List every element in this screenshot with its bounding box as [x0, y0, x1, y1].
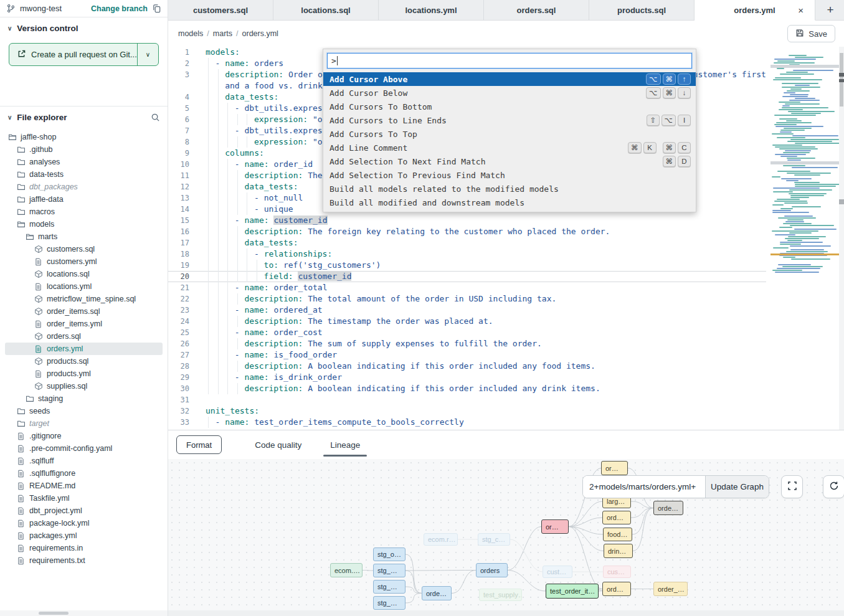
code-editor[interactable]: 1models:2- name: orders3description: Ord… — [168, 47, 844, 430]
code-line-33[interactable]: 33- name: test_order_items_compute_to_bo… — [168, 417, 766, 428]
code-line-30[interactable]: 30description: A boolean indicating if t… — [168, 383, 766, 394]
new-tab-button[interactable]: + — [817, 0, 844, 20]
lineage-node-stg1[interactable]: stg_o… — [373, 547, 405, 561]
tree-item-requirements-txt[interactable]: requirements.txt — [5, 554, 163, 567]
lineage-node-cusf[interactable]: cus… — [603, 566, 631, 578]
tab-orders-yml[interactable]: orders.yml× — [695, 0, 815, 21]
fullscreen-button[interactable] — [781, 475, 803, 498]
tree-item--github[interactable]: .github — [5, 143, 163, 156]
tree-item-order-items-yml[interactable]: order_items.yml — [5, 318, 163, 330]
lineage-node-stg2[interactable]: stg_… — [373, 564, 405, 577]
tree-item-seeds[interactable]: seeds — [5, 405, 163, 417]
tree-item-readme-md[interactable]: README.md — [5, 480, 163, 492]
lineage-node-stg4[interactable]: stg_… — [373, 596, 405, 610]
command-add-cursor-below[interactable]: Add Cursor Below⌥⌘↓ — [323, 86, 696, 100]
lineage-node-orderbot[interactable]: order_… — [653, 582, 688, 596]
tree-item-taskfile-yml[interactable]: Taskfile.yml — [5, 492, 163, 505]
tree-item-jaffle-data[interactable]: jaffle-data — [5, 193, 163, 206]
code-line-15[interactable]: 15- name: customer_id — [168, 215, 766, 226]
lineage-node-ecomr[interactable]: ecom.r… — [424, 533, 458, 546]
code-line-32[interactable]: 32unit_tests: — [168, 405, 766, 417]
tab-products-sql[interactable]: products.sql — [589, 0, 695, 20]
tree-item-staging[interactable]: staging — [5, 392, 163, 405]
code-line-26[interactable]: 26description: The sum of supply expense… — [168, 338, 766, 349]
pr-dropdown-toggle[interactable]: ∨ — [137, 44, 158, 65]
lineage-node-ortop[interactable]: or… — [601, 461, 628, 475]
tree-item-supplies-sql[interactable]: supplies.sql — [5, 380, 163, 392]
tree-item-order-items-sql[interactable]: order_items.sql — [5, 305, 163, 318]
code-line-22[interactable]: 22description: The total amount of the o… — [168, 293, 766, 305]
code-line-18[interactable]: 18- relationships: — [168, 249, 766, 260]
close-icon[interactable]: × — [798, 5, 804, 16]
tree-item-locations-yml[interactable]: locations.yml — [5, 280, 163, 293]
file-explorer-header[interactable]: ∨ File explorer — [0, 107, 168, 128]
breadcrumb-item-marts[interactable]: marts — [213, 29, 232, 38]
tree-item-customers-sql[interactable]: customers.sql — [5, 243, 163, 255]
command-add-line-comment[interactable]: Add Line Comment⌘K⌘C — [323, 141, 696, 154]
lineage-node-ordmid[interactable]: ord… — [602, 511, 631, 524]
tree-item--pre-commit-config-yaml[interactable]: .pre-commit-config.yaml — [5, 442, 163, 455]
update-graph-button[interactable]: Update Graph — [705, 476, 769, 498]
lineage-node-testorder[interactable]: test_order_it… — [546, 584, 599, 599]
tab-locations-sql[interactable]: locations.sql — [273, 0, 379, 20]
copy-icon[interactable] — [152, 4, 161, 13]
command-add-selection-to-next-find-match[interactable]: Add Selection To Next Find Match⌘D — [323, 154, 696, 168]
create-pr-button[interactable]: Create a pull request on Git... ∨ — [9, 43, 159, 66]
breadcrumb-item-orders-yml[interactable]: orders.yml — [242, 29, 278, 38]
tree-item-requirements-in[interactable]: requirements.in — [5, 542, 163, 554]
lineage-node-orpink[interactable]: or… — [541, 519, 569, 534]
command-palette-input[interactable]: > — [327, 53, 692, 69]
save-button[interactable]: Save — [787, 25, 835, 42]
tree-item-data-tests[interactable]: data-tests — [5, 168, 163, 181]
lineage-node-orde1[interactable]: orde… — [422, 586, 452, 600]
code-line-16[interactable]: 16description: The foreign key relating … — [168, 226, 766, 237]
code-line-21[interactable]: 21- name: order_total — [168, 282, 766, 293]
tree-item-macros[interactable]: macros — [5, 206, 163, 218]
tree-item-metricflow-time-spine-sql[interactable]: metricflow_time_spine.sql — [5, 293, 163, 305]
tree-item-products-yml[interactable]: products.yml — [5, 367, 163, 380]
version-control-header[interactable]: ∨ Version control — [0, 17, 168, 39]
lineage-node-ordbot[interactable]: ord… — [602, 582, 631, 596]
code-line-31[interactable]: 31 — [168, 394, 766, 405]
tree-item-orders-yml[interactable]: orders.yml — [5, 343, 163, 355]
tree-item-models[interactable]: models — [5, 218, 163, 230]
lineage-node-orders[interactable]: orders — [476, 563, 508, 577]
lineage-node-testsup[interactable]: test_supply… — [479, 589, 522, 601]
sidebar-horizontal-scrollbar[interactable] — [0, 610, 168, 616]
code-line-24[interactable]: 24description: The timestamp the order w… — [168, 316, 766, 327]
panel-tab-lineage[interactable]: Lineage — [316, 430, 374, 459]
breadcrumb-item-models[interactable]: models — [178, 29, 203, 38]
tree-item-marts[interactable]: marts — [5, 230, 163, 243]
tree-item-package-lock-yml[interactable]: package-lock.yml — [5, 517, 163, 529]
lineage-node-stgc[interactable]: stg_c… — [478, 533, 510, 546]
lineage-node-food[interactable]: food… — [603, 528, 632, 541]
code-line-29[interactable]: 29- name: is_drink_order — [168, 372, 766, 383]
search-icon[interactable] — [151, 113, 160, 122]
code-line-27[interactable]: 27- name: is_food_order — [168, 349, 766, 361]
code-line-17[interactable]: 17data_tests: — [168, 237, 766, 249]
tree-item-products-sql[interactable]: products.sql — [5, 355, 163, 367]
code-line-25[interactable]: 25- name: order_cost — [168, 327, 766, 338]
tab-customers-sql[interactable]: customers.sql — [168, 0, 273, 20]
code-line-28[interactable]: 28description: A boolean indicating if t… — [168, 361, 766, 372]
tree-item-locations-sql[interactable]: locations.sql — [5, 268, 163, 280]
command-add-selection-to-previous-find-match[interactable]: Add Selection To Previous Find Match — [323, 168, 696, 182]
lineage-selector-input[interactable] — [583, 476, 705, 498]
tree-item-customers-yml[interactable]: customers.yml — [5, 255, 163, 268]
editor-vertical-scrollbar[interactable] — [839, 47, 844, 430]
command-add-cursor-above[interactable]: Add Cursor Above⌥⌘↑ — [323, 72, 696, 86]
command-add-cursors-to-line-ends[interactable]: Add Cursors to Line Ends⇧⌥I — [323, 113, 696, 127]
change-branch-link[interactable]: Change branch — [91, 4, 148, 13]
tree-item-dbt-project-yml[interactable]: dbt_project.yml — [5, 505, 163, 517]
panel-tab-code-quality[interactable]: Code quality — [240, 430, 316, 459]
editor-minimap[interactable] — [771, 53, 839, 285]
tree-item--sqlfluffignore[interactable]: .sqlfluffignore — [5, 467, 163, 480]
refresh-button[interactable] — [823, 475, 844, 498]
command-add-cursors-to-bottom[interactable]: Add Cursors To Bottom — [323, 100, 696, 113]
lineage-node-stg3[interactable]: stg_… — [373, 580, 405, 594]
lineage-node-ordegray[interactable]: orde… — [653, 501, 683, 515]
tree-item--gitignore[interactable]: .gitignore — [5, 430, 163, 442]
code-line-20[interactable]: 20field: customer_id — [168, 271, 766, 282]
tree-item-dbt-packages[interactable]: dbt_packages — [5, 181, 163, 193]
tree-item--sqlfluff[interactable]: .sqlfluff — [5, 455, 163, 467]
